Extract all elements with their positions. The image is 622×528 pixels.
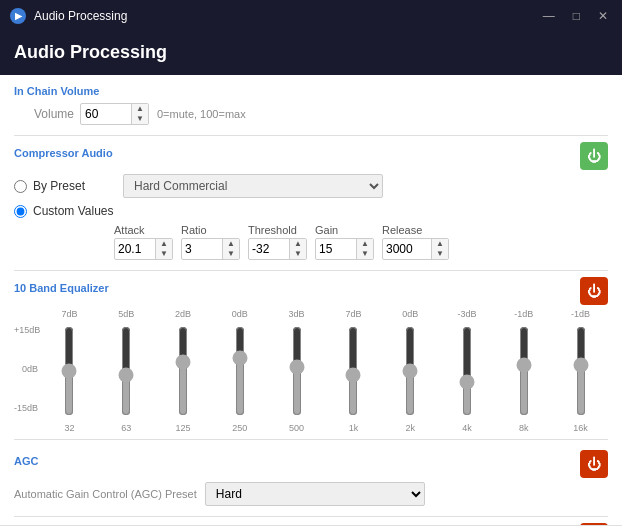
eq-sliders-row — [42, 321, 608, 421]
main-header: Audio Processing — [0, 32, 622, 75]
eq-top-freq-label: -1dB — [553, 309, 608, 319]
eq-power-button[interactable]: ⏻ — [580, 277, 608, 305]
eq-band-slider-8k[interactable] — [515, 326, 533, 416]
release-label: Release — [382, 224, 422, 236]
ratio-spinner: ▲ ▼ — [181, 238, 240, 260]
eq-band-slider-32[interactable] — [60, 326, 78, 416]
maximize-button[interactable]: □ — [569, 9, 584, 23]
threshold-down-button[interactable]: ▼ — [290, 249, 306, 259]
eq-bottom-freq-label: 63 — [99, 423, 154, 433]
eq-band-slider-125[interactable] — [174, 326, 192, 416]
eq-top-freq-label: 0dB — [212, 309, 267, 319]
volume-row: Volume ▲ ▼ 0=mute, 100=max — [14, 103, 608, 125]
eq-bottom-freq-label: 2k — [383, 423, 438, 433]
threshold-up-button[interactable]: ▲ — [290, 239, 306, 249]
ratio-up-button[interactable]: ▲ — [223, 239, 239, 249]
eq-bottom-freq-label: 16k — [553, 423, 608, 433]
gain-label: Gain — [315, 224, 338, 236]
attack-up-button[interactable]: ▲ — [156, 239, 172, 249]
custom-values-label: Custom Values — [33, 204, 123, 218]
eq-top-freq-label: -1dB — [496, 309, 551, 319]
release-down-button[interactable]: ▼ — [432, 249, 448, 259]
volume-label: Volume — [14, 107, 74, 121]
eq-band-slider-16k[interactable] — [572, 326, 590, 416]
eq-bottom-freq-label: 125 — [156, 423, 211, 433]
attack-spinner-btns: ▲ ▼ — [155, 239, 172, 259]
page-title: Audio Processing — [14, 42, 167, 62]
volume-down-button[interactable]: ▼ — [132, 114, 148, 124]
custom-values-radio[interactable] — [14, 205, 27, 218]
eq-band — [383, 321, 438, 421]
eq-bottom-freq-label: 1k — [326, 423, 381, 433]
eq-band-slider-1k[interactable] — [344, 326, 362, 416]
compressor-power-button[interactable]: ⏻ — [580, 142, 608, 170]
window-controls: — □ ✕ — [539, 9, 612, 23]
ratio-input[interactable] — [182, 240, 222, 258]
attack-down-button[interactable]: ▼ — [156, 249, 172, 259]
eq-band — [42, 321, 97, 421]
agc-power-button[interactable]: ⏻ — [580, 450, 608, 478]
attack-param: Attack ▲ ▼ — [114, 224, 173, 260]
eq-bottom-freq-label: 4k — [440, 423, 495, 433]
eq-band — [269, 321, 324, 421]
title-bar: ▶ Audio Processing — □ ✕ — [0, 0, 622, 32]
release-spinner-btns: ▲ ▼ — [431, 239, 448, 259]
eq-band-slider-2k[interactable] — [401, 326, 419, 416]
stereo-power-button[interactable]: ⏻ — [580, 523, 608, 525]
by-preset-label: By Preset — [33, 179, 123, 193]
eq-band — [496, 321, 551, 421]
eq-db-plus15: +15dB — [14, 325, 42, 335]
agc-section: AGC ⏻ Automatic Gain Control (AGC) Prese… — [14, 450, 608, 506]
eq-top-labels: 7dB5dB2dB0dB3dB7dB0dB-3dB-1dB-1dB — [42, 309, 608, 319]
release-up-button[interactable]: ▲ — [432, 239, 448, 249]
in-chain-volume-label: In Chain Volume — [14, 85, 608, 97]
threshold-spinner: ▲ ▼ — [248, 238, 307, 260]
eq-left-axis: +15dB 0dB -15dB — [14, 309, 42, 433]
eq-band-slider-500[interactable] — [288, 326, 306, 416]
agc-preset-select[interactable]: Hard Soft Medium — [205, 482, 425, 506]
release-param: Release ▲ ▼ — [382, 224, 449, 260]
window-title: Audio Processing — [34, 9, 539, 23]
ratio-label: Ratio — [181, 224, 207, 236]
threshold-label: Threshold — [248, 224, 297, 236]
attack-spinner: ▲ ▼ — [114, 238, 173, 260]
eq-top-freq-label: 7dB — [326, 309, 381, 319]
eq-container: +15dB 0dB -15dB 7dB5dB2dB0dB3dB7dB0dB-3d… — [14, 309, 608, 433]
gain-spinner: ▲ ▼ — [315, 238, 374, 260]
eq-band-slider-250[interactable] — [231, 326, 249, 416]
gain-param: Gain ▲ ▼ — [315, 224, 374, 260]
close-button[interactable]: ✕ — [594, 9, 612, 23]
eq-bottom-freq-label: 32 — [42, 423, 97, 433]
eq-band — [99, 321, 154, 421]
by-preset-row: By Preset Hard Commercial — [14, 174, 608, 198]
gain-input[interactable] — [316, 240, 356, 258]
volume-input[interactable] — [81, 105, 131, 123]
eq-bottom-freq-label: 250 — [212, 423, 267, 433]
eq-top-freq-label: 2dB — [156, 309, 211, 319]
agc-preset-label: Automatic Gain Control (AGC) Preset — [14, 488, 197, 500]
attack-input[interactable] — [115, 240, 155, 258]
eq-band-slider-4k[interactable] — [458, 326, 476, 416]
volume-up-button[interactable]: ▲ — [132, 104, 148, 114]
ratio-down-button[interactable]: ▼ — [223, 249, 239, 259]
in-chain-volume-section: In Chain Volume Volume ▲ ▼ 0=mute, 100=m… — [14, 85, 608, 125]
threshold-input[interactable] — [249, 240, 289, 258]
attack-label: Attack — [114, 224, 145, 236]
eq-band — [553, 321, 608, 421]
preset-select[interactable]: Hard Commercial — [123, 174, 383, 198]
gain-spinner-btns: ▲ ▼ — [356, 239, 373, 259]
compressor-label: Compressor Audio — [14, 147, 113, 159]
by-preset-radio[interactable] — [14, 180, 27, 193]
eq-db-0: 0dB — [14, 364, 42, 374]
gain-up-button[interactable]: ▲ — [357, 239, 373, 249]
eq-band-slider-63[interactable] — [117, 326, 135, 416]
eq-top-freq-label: 0dB — [383, 309, 438, 319]
minimize-button[interactable]: — — [539, 9, 559, 23]
volume-hint: 0=mute, 100=max — [157, 108, 246, 120]
ratio-spinner-btns: ▲ ▼ — [222, 239, 239, 259]
release-input[interactable] — [383, 240, 431, 258]
eq-bottom-freq-label: 500 — [269, 423, 324, 433]
eq-top-freq-label: 3dB — [269, 309, 324, 319]
gain-down-button[interactable]: ▼ — [357, 249, 373, 259]
eq-top-freq-label: 5dB — [99, 309, 154, 319]
